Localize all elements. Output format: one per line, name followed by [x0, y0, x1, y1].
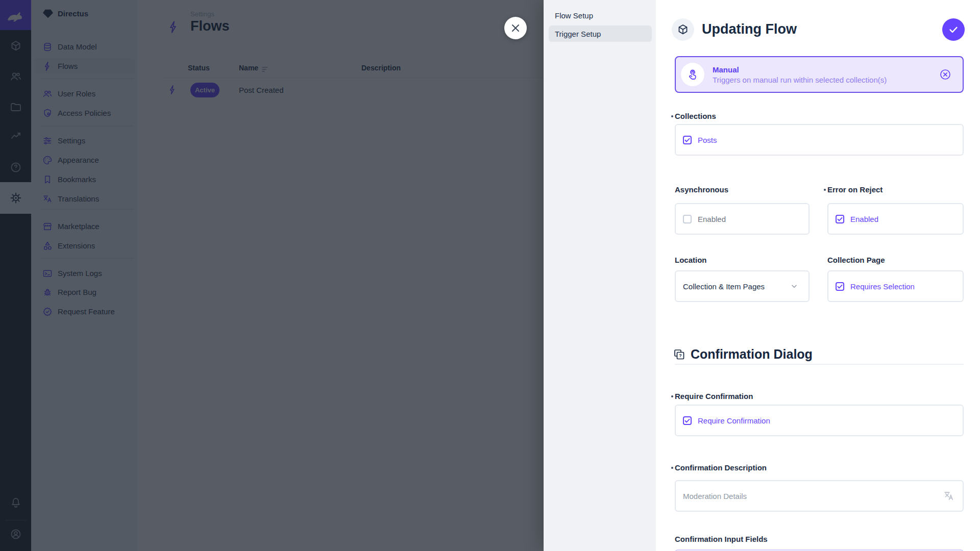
- required-dot: [671, 467, 673, 469]
- chevron-down-icon: [790, 282, 798, 290]
- section-divider: [675, 364, 964, 365]
- checkbox-requires-selection[interactable]: [836, 282, 844, 291]
- app-root: { "colors": { "primary": "#6644ff", "mod…: [0, 0, 980, 551]
- drawer: Flow Setup Trigger Setup Updating Flow: [544, 0, 980, 551]
- field-label-location: Location: [675, 256, 707, 264]
- check-icon: [684, 137, 691, 143]
- svg-text:?: ?: [679, 353, 682, 358]
- checkbox-asynchronous[interactable]: [683, 215, 692, 223]
- checkbox-label[interactable]: Enabled: [698, 215, 726, 223]
- section-title: Confirmation Dialog: [691, 347, 813, 362]
- touch-app-icon: [687, 68, 699, 81]
- drawer-title: Updating Flow: [702, 21, 797, 37]
- cube-icon: [677, 23, 689, 36]
- drawer-nav-trigger-setup[interactable]: Trigger Setup: [549, 26, 652, 42]
- field-label-collections: Collections: [675, 112, 716, 120]
- asynchronous-field: Enabled: [675, 203, 810, 235]
- close-drawer-button[interactable]: [504, 17, 527, 39]
- checkbox-posts[interactable]: [683, 136, 692, 144]
- trigger-card-text: Manual Triggers on manual run within sel…: [713, 65, 939, 84]
- error-on-reject-field: Enabled: [827, 203, 964, 235]
- check-icon: [684, 417, 691, 424]
- trigger-title: Manual: [713, 65, 939, 74]
- select-value: Collection & Item Pages: [683, 282, 790, 291]
- section-heading: ? Confirmation Dialog: [673, 347, 813, 362]
- checkbox-require-confirmation[interactable]: [683, 416, 692, 425]
- translate-icon[interactable]: [943, 490, 954, 502]
- checkbox-label[interactable]: Require Confirmation: [698, 416, 770, 425]
- field-label-asynchronous: Asynchronous: [675, 185, 728, 194]
- trigger-icon-circle: [681, 63, 704, 86]
- field-label-require-confirmation: Require Confirmation: [675, 392, 753, 400]
- checkbox-label[interactable]: Requires Selection: [850, 282, 915, 291]
- input-value: Moderation Details: [683, 492, 943, 500]
- dialog-question-icon: ?: [673, 348, 685, 361]
- check-icon: [837, 216, 843, 222]
- location-select[interactable]: Collection & Item Pages: [675, 270, 810, 302]
- check-icon: [948, 24, 959, 35]
- remove-trigger-icon[interactable]: [939, 68, 951, 81]
- confirmation-description-input[interactable]: Moderation Details: [675, 480, 964, 512]
- required-dot: [671, 115, 673, 117]
- checkbox-label[interactable]: Enabled: [850, 215, 878, 223]
- drawer-header-icon-circle: [672, 18, 694, 41]
- trigger-card-manual[interactable]: Manual Triggers on manual run within sel…: [675, 56, 964, 93]
- field-label-confirmation-description: Confirmation Description: [675, 463, 767, 472]
- required-dot: [671, 395, 673, 397]
- drawer-nav-flow-setup[interactable]: Flow Setup: [549, 7, 652, 23]
- field-label-confirmation-input-fields: Confirmation Input Fields: [675, 535, 768, 543]
- check-icon: [837, 283, 843, 290]
- collections-field: Posts: [675, 124, 964, 156]
- checkbox-label[interactable]: Posts: [698, 136, 717, 144]
- required-dot: [824, 189, 826, 191]
- close-icon: [510, 23, 521, 33]
- field-label-error-on-reject: Error on Reject: [827, 185, 883, 194]
- drawer-main: Updating Flow Manual Triggers on manual …: [656, 0, 980, 551]
- require-confirmation-field: Require Confirmation: [675, 405, 964, 436]
- save-button[interactable]: [942, 18, 965, 41]
- drawer-nav: Flow Setup Trigger Setup: [544, 0, 656, 551]
- checkbox-error-on-reject[interactable]: [836, 215, 844, 223]
- collection-page-field: Requires Selection: [827, 270, 964, 302]
- trigger-description: Triggers on manual run within selected c…: [713, 76, 939, 84]
- field-label-collection-page: Collection Page: [827, 256, 885, 264]
